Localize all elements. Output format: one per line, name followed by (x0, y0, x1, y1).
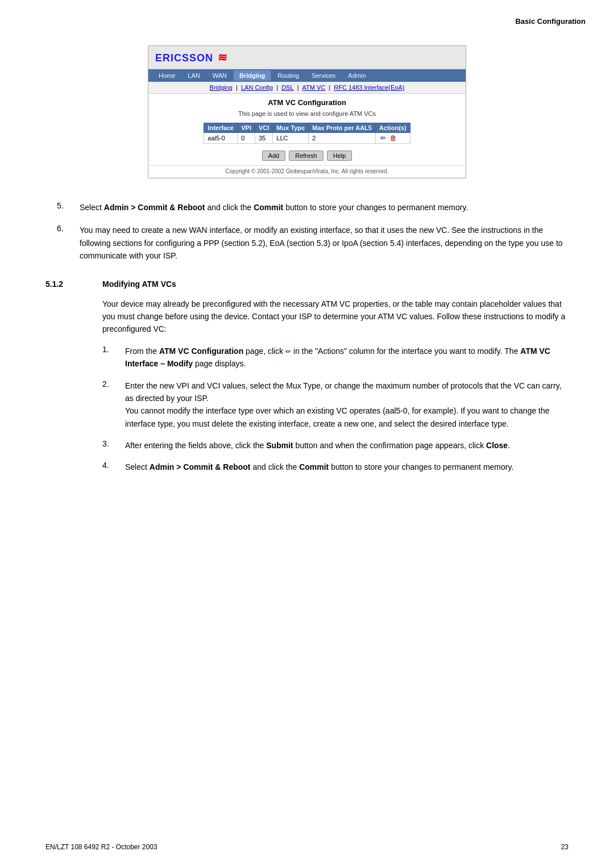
edit-icon[interactable]: ✏ (380, 134, 386, 142)
subnav-dsl[interactable]: DSL (281, 84, 293, 91)
subnav-bridging[interactable]: Bridging (210, 84, 233, 91)
step-6: 6. You may need to create a new WAN inte… (45, 224, 569, 262)
sub-step-4-text: Select Admin > Commit & Reboot and click… (125, 461, 513, 473)
sub-step-1-number: 1. (102, 345, 116, 370)
sub-step-4-number: 4. (102, 461, 116, 473)
section-512-header: 5.1.2 Modifying ATM VCs (45, 279, 569, 289)
cell-vpi: 0 (238, 133, 255, 144)
section-512-number: 5.1.2 (45, 279, 80, 289)
sub-step-3-number: 3. (102, 439, 116, 452)
atm-vc-table: Interface VPI VCI Mux Type Max Proto per… (204, 123, 410, 144)
subnav-atm-vc[interactable]: ATM VC (302, 84, 326, 91)
cell-vci: 35 (255, 133, 272, 144)
col-max-proto: Max Proto per AAL5 (309, 123, 376, 133)
sub-step-3-text: After entering the fields above, click t… (125, 439, 510, 452)
cell-mux-type: LLC (273, 133, 309, 144)
subnav-lan-config[interactable]: LAN Config (241, 84, 273, 91)
nav-services[interactable]: Services (306, 70, 341, 81)
nav-routing[interactable]: Routing (272, 70, 305, 81)
cell-actions: ✏ 🗑 (375, 133, 410, 144)
sub-steps-list: 1. From the ATM VC Configuration page, c… (102, 345, 569, 474)
ericsson-logo: ERICSSON ≋ (155, 51, 228, 64)
col-vci: VCI (255, 123, 272, 133)
sub-step-1-text: From the ATM VC Configuration page, clic… (125, 345, 569, 370)
atm-vc-page-desc: This page is used to view and configure … (148, 109, 466, 120)
step-5-text: Select Admin > Commit & Reboot and click… (80, 201, 468, 214)
cell-max-proto: 2 (309, 133, 376, 144)
nav-admin[interactable]: Admin (342, 70, 371, 81)
nav-home[interactable]: Home (153, 70, 181, 81)
pencil-icon: ✏ (285, 347, 291, 357)
nav-lan[interactable]: LAN (182, 70, 205, 81)
page-header: Basic Configuration (515, 17, 586, 26)
nav-wan[interactable]: WAN (207, 70, 233, 81)
sub-nav: Bridging | LAN Config | DSL | ATM VC | R… (148, 82, 466, 94)
delete-icon[interactable]: 🗑 (390, 134, 397, 142)
table-row: aal5-0 0 35 LLC 2 ✏ 🗑 (204, 133, 410, 144)
ericsson-header: ERICSSON ≋ (148, 46, 466, 69)
screenshot-box: ERICSSON ≋ Home LAN WAN Bridging Routing… (148, 45, 466, 178)
step-5: 5. Select Admin > Commit & Reboot and cl… (45, 201, 569, 214)
button-row: Add Refresh Help (148, 146, 466, 165)
cell-interface: aal5-0 (204, 133, 238, 144)
section-512-intro: Your device may already be preconfigured… (45, 298, 569, 336)
page-footer: EN/LZT 108 6492 R2 - October 2003 23 (45, 843, 569, 851)
step-6-number: 6. (57, 224, 70, 262)
sub-step-3: 3. After entering the fields above, clic… (102, 439, 569, 452)
add-button[interactable]: Add (262, 151, 286, 161)
col-interface: Interface (204, 123, 238, 133)
ericsson-logo-arrow: ≋ (218, 51, 228, 64)
sub-step-2: 2. Enter the new VPI and VCI values, sel… (102, 379, 569, 431)
nav-bar: Home LAN WAN Bridging Routing Services A… (148, 69, 466, 82)
nav-bridging[interactable]: Bridging (234, 70, 271, 81)
atm-vc-page-title: ATM VC Configuration (148, 94, 466, 109)
refresh-button[interactable]: Refresh (289, 151, 323, 161)
step-5-number: 5. (57, 201, 70, 214)
sub-step-2-text: Enter the new VPI and VCI values, select… (125, 379, 569, 431)
col-mux-type: Mux Type (273, 123, 309, 133)
footer-right: 23 (561, 843, 569, 851)
col-vpi: VPI (238, 123, 255, 133)
sub-step-2-number: 2. (102, 379, 116, 431)
sub-step-1: 1. From the ATM VC Configuration page, c… (102, 345, 569, 370)
step-6-text: You may need to create a new WAN interfa… (80, 224, 569, 262)
sub-step-4: 4. Select Admin > Commit & Reboot and cl… (102, 461, 569, 473)
header-title: Basic Configuration (515, 17, 586, 26)
subnav-rfc1483[interactable]: RFC 1483 Interface(EoA) (334, 84, 404, 91)
section-512-title: Modifying ATM VCs (102, 279, 176, 289)
help-button[interactable]: Help (327, 151, 352, 161)
steps-list: 5. Select Admin > Commit & Reboot and cl… (45, 201, 569, 262)
copyright: Copyright © 2001-2002 GlobespanVirata, I… (148, 165, 466, 178)
col-actions: Action(s) (375, 123, 410, 133)
footer-left: EN/LZT 108 6492 R2 - October 2003 (45, 843, 157, 851)
